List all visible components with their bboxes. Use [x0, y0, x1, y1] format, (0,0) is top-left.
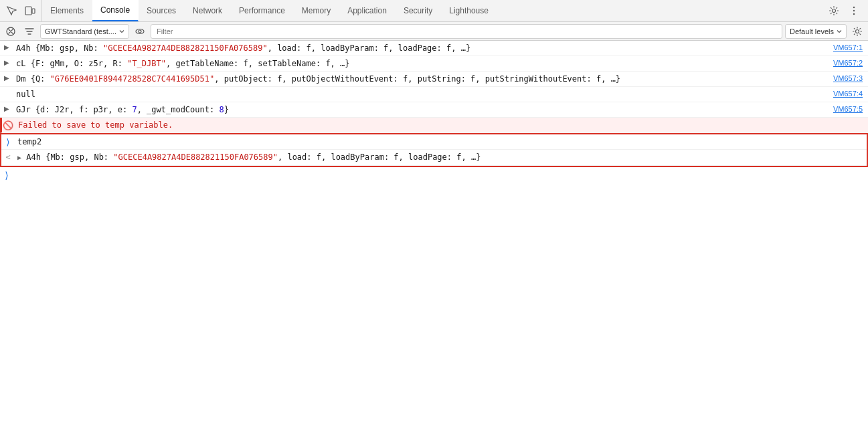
row5-content: GJr {d: J2r, f: p3r, e: 7, _gwt_modCount…: [13, 104, 828, 116]
tab-security[interactable]: Security: [396, 0, 441, 21]
svg-rect-0: [25, 7, 31, 15]
tab-elements[interactable]: Elements: [42, 0, 92, 21]
error-gutter: 🚫: [2, 119, 15, 130]
row5-expand-arrow[interactable]: ▶: [4, 105, 9, 112]
settings-icon[interactable]: [825, 2, 843, 19]
row5-source[interactable]: VM657:5: [828, 104, 868, 114]
tab-application[interactable]: Application: [339, 0, 396, 21]
row2-expand-arrow[interactable]: ▶: [4, 59, 9, 66]
row5-gutter: ▶: [0, 104, 13, 112]
row1-gutter: ▶: [0, 42, 13, 51]
error-icon: 🚫: [3, 120, 13, 130]
cursor-prompt[interactable]: ⟩: [1, 170, 12, 181]
error-content: Failed to save to temp variable.: [15, 119, 868, 131]
clear-console-button[interactable]: [3, 23, 19, 39]
console-row-1: ▶ A4h {Mb: gsp, Nb: "GCECE4A9827A4DE8828…: [0, 41, 868, 56]
svg-point-4: [853, 10, 855, 11]
eye-icon-button[interactable]: [132, 23, 148, 39]
console-row-5: ▶ GJr {d: J2r, f: p3r, e: 7, _gwt_modCou…: [0, 102, 868, 118]
log-level-selector[interactable]: Default levels: [785, 24, 847, 39]
cursor-row: ⟩: [0, 167, 868, 182]
prompt-arrow[interactable]: ⟩: [5, 137, 11, 147]
tab-bar: Elements Console Sources Network Perform…: [0, 0, 868, 22]
console-row-3: ▶ Dm {Q: "G76EE0401F8944728528C7C441695D…: [0, 72, 868, 87]
row4-source[interactable]: VM657:4: [828, 88, 868, 99]
console-toolbar: GWTStandard (test.... Default levels: [0, 22, 868, 41]
row3-gutter: ▶: [0, 73, 13, 82]
console-settings-icon[interactable]: [849, 23, 865, 39]
input-area: ⟩ temp2 < ▶ A4h {Mb: gsp, Nb: "GCECE4A98…: [0, 133, 868, 167]
device-toggle-icon[interactable]: [21, 2, 39, 19]
tab-sources[interactable]: Sources: [139, 0, 185, 21]
tab-performance[interactable]: Performance: [231, 0, 294, 21]
result-arrow: <: [5, 152, 10, 162]
tab-network[interactable]: Network: [185, 0, 231, 21]
log-level-chevron-icon: [837, 29, 842, 34]
more-options-icon[interactable]: [845, 2, 863, 19]
filter-input[interactable]: [151, 24, 782, 39]
row3-source[interactable]: VM657:3: [828, 73, 868, 84]
row4-gutter: [0, 88, 13, 90]
input-result-gutter: <: [1, 151, 15, 162]
tab-bar-right-icons: [820, 2, 868, 19]
row3-expand-arrow[interactable]: ▶: [4, 74, 9, 82]
row4-content: null: [13, 88, 828, 100]
row2-content: cL {F: gMm, O: z5r, R: "T_DJBT", getTabl…: [13, 58, 828, 70]
row3-content: Dm {Q: "G76EE0401F8944728528C7C441695D51…: [13, 73, 828, 85]
svg-point-5: [853, 13, 855, 15]
input-prompt-gutter: ⟩: [1, 136, 15, 147]
svg-point-3: [853, 7, 855, 8]
cursor-gutter: ⟩: [0, 169, 13, 181]
svg-point-9: [856, 29, 859, 33]
row2-gutter: ▶: [0, 58, 13, 66]
tab-lighthouse[interactable]: Lighthouse: [441, 0, 497, 21]
row2-source[interactable]: VM657:2: [828, 58, 868, 68]
filter-icon-button[interactable]: [21, 23, 37, 39]
tab-console[interactable]: Console: [92, 0, 139, 21]
row1-expand-arrow[interactable]: ▶: [4, 43, 9, 51]
svg-point-8: [139, 30, 141, 33]
input-result-row: < ▶ A4h {Mb: gsp, Nb: "GCECE4A9827A4DE88…: [1, 150, 867, 166]
input-prompt-row: ⟩ temp2: [1, 134, 867, 150]
row1-content: A4h {Mb: gsp, Nb: "GCECE4A9827A4DE882821…: [13, 42, 828, 54]
svg-rect-1: [32, 9, 35, 13]
row1-source[interactable]: VM657:1: [828, 42, 868, 53]
context-selector[interactable]: GWTStandard (test....: [40, 24, 129, 39]
input-prompt-content: temp2: [15, 136, 867, 148]
result-expand-arrow[interactable]: ▶: [17, 154, 21, 161]
console-row-2: ▶ cL {F: gMm, O: z5r, R: "T_DJBT", getTa…: [0, 56, 868, 72]
console-output: ▶ A4h {Mb: gsp, Nb: "GCECE4A9827A4DE8828…: [0, 41, 868, 438]
inspect-icon[interactable]: [3, 2, 20, 19]
svg-point-2: [833, 9, 836, 13]
console-row-4: null VM657:4: [0, 87, 868, 102]
context-chevron-icon: [119, 29, 124, 34]
tab-memory[interactable]: Memory: [294, 0, 339, 21]
devtools-left-icons: [0, 0, 42, 21]
error-row: 🚫 Failed to save to temp variable.: [0, 118, 868, 133]
input-result-content: ▶ A4h {Mb: gsp, Nb: "GCECE4A9827A4DE8828…: [15, 151, 867, 164]
